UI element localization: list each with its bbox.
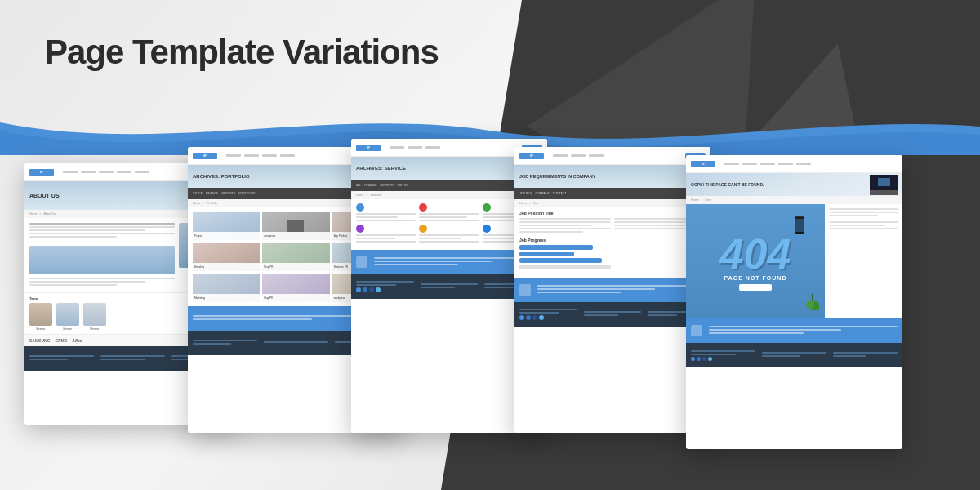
content-image xyxy=(29,246,175,274)
portfolio-item-overlay: Marketing xyxy=(193,294,260,302)
text-line xyxy=(29,223,175,225)
service-icon-1 xyxy=(356,203,364,212)
nav-item xyxy=(408,146,422,149)
service-item-4 xyxy=(356,225,416,243)
portfolio-item-2: wordpress xyxy=(262,212,329,240)
footer-line xyxy=(519,312,559,314)
sub-text xyxy=(537,285,706,295)
service-icon-4 xyxy=(356,225,364,233)
breadcrumb-sep: > xyxy=(529,202,531,205)
service-item-1 xyxy=(356,203,416,221)
service-line xyxy=(419,241,479,243)
content-line xyxy=(829,208,898,210)
social-icon xyxy=(519,315,524,320)
job-content: Job Progress xyxy=(519,218,706,271)
breadcrumb-current: Portfolio xyxy=(207,202,217,205)
nav-item xyxy=(571,154,586,157)
footer-line xyxy=(833,352,898,354)
error-page-not-found: PAGE NOT FOUND xyxy=(724,275,787,281)
content-line xyxy=(829,221,898,223)
mini-logo-services: BP xyxy=(356,145,381,151)
breadcrumb-sep: > xyxy=(203,202,204,205)
404-content-area: 404 PAGE NOT FOUND xyxy=(686,204,902,318)
text-line xyxy=(29,229,145,231)
nav-item xyxy=(390,146,404,149)
error-btn xyxy=(739,284,772,291)
templates-area: BP ABOUT US Home > About Us xyxy=(24,139,956,482)
portfolio-item-8: blog PR xyxy=(262,274,329,302)
sub-line xyxy=(193,315,363,317)
social-icon xyxy=(702,357,706,361)
nav-item xyxy=(63,171,78,173)
footer-line xyxy=(584,311,642,313)
footer-col xyxy=(421,283,479,290)
progress-bar xyxy=(519,258,602,263)
portfolio-item-7: Marketing xyxy=(193,274,260,302)
mini-subscribers-404 xyxy=(686,318,902,343)
footer-line xyxy=(193,343,231,345)
404-hero-panel: 404 PAGE NOT FOUND xyxy=(686,204,825,318)
social-icon xyxy=(532,315,537,320)
text-line xyxy=(29,233,175,234)
job-line xyxy=(519,225,593,226)
breadcrumb-current: About Us xyxy=(43,212,55,216)
sub-line xyxy=(537,288,655,290)
job-heading: Job Position Title xyxy=(519,211,706,216)
service-line xyxy=(356,238,395,239)
footer-line xyxy=(584,314,618,316)
job-line xyxy=(519,218,611,220)
text-line xyxy=(29,278,175,279)
page-title: Page Template Variations xyxy=(45,33,439,72)
portfolio-item-label: App Product xyxy=(334,234,348,238)
sub-icon xyxy=(519,284,531,296)
portfolio-item-overlay: Project xyxy=(193,232,260,240)
mini-nav-404 xyxy=(724,163,811,165)
nav-item xyxy=(135,171,149,173)
filter-all: ALL xyxy=(356,184,361,187)
service-line xyxy=(419,216,467,218)
nav-item xyxy=(99,171,114,173)
job-line xyxy=(614,225,688,226)
sub-line xyxy=(537,285,706,287)
breadcrumb-text: Home xyxy=(356,194,363,197)
portfolio-item-label: wordpress xyxy=(334,296,345,300)
phone-decoration xyxy=(795,216,804,234)
avatar-1 xyxy=(29,303,52,326)
filter-item: CONTACT xyxy=(553,192,567,195)
service-line xyxy=(356,213,416,215)
team-member-2: Member xyxy=(56,303,79,331)
social-icon xyxy=(539,315,544,320)
nav-item xyxy=(760,163,775,165)
service-line xyxy=(356,241,416,243)
sub-line xyxy=(709,326,898,327)
mini-breadcrumb-404: Home > Error xyxy=(686,196,902,204)
portfolio-item-label: Blog PR xyxy=(264,265,273,269)
job-section: Job Position Title Job Progress xyxy=(514,207,710,274)
mini-nav-about xyxy=(63,171,149,173)
footer-col xyxy=(584,311,642,318)
progress-bar xyxy=(519,252,574,256)
social-icon xyxy=(708,357,712,361)
nav-item xyxy=(81,171,96,173)
service-icon-5 xyxy=(419,225,427,233)
mini-footer-404 xyxy=(686,343,902,368)
footer-line xyxy=(421,283,479,285)
portfolio-item-4: Branding xyxy=(193,243,260,271)
job-line xyxy=(519,228,611,229)
filter-reports: REPORTS xyxy=(381,184,394,187)
portfolio-item-overlay: blog PR xyxy=(262,294,329,302)
nav-item xyxy=(796,163,811,165)
template-card-job: BP JOB REQUIREMENTS IN COMPANY JOB REQ C… xyxy=(514,147,710,433)
team-member-1: Member xyxy=(29,303,52,331)
footer-line xyxy=(484,287,513,288)
footer-line xyxy=(356,284,396,286)
social-icon xyxy=(526,315,531,320)
footer-col xyxy=(29,355,94,362)
mini-logo-job: BP xyxy=(519,153,544,159)
sub-line xyxy=(537,292,621,293)
service-line xyxy=(419,213,479,215)
breadcrumb-current: Error xyxy=(705,198,711,202)
breadcrumb-sep: > xyxy=(701,198,702,202)
sub-text xyxy=(709,326,898,336)
member-name-1: Member xyxy=(36,327,45,331)
